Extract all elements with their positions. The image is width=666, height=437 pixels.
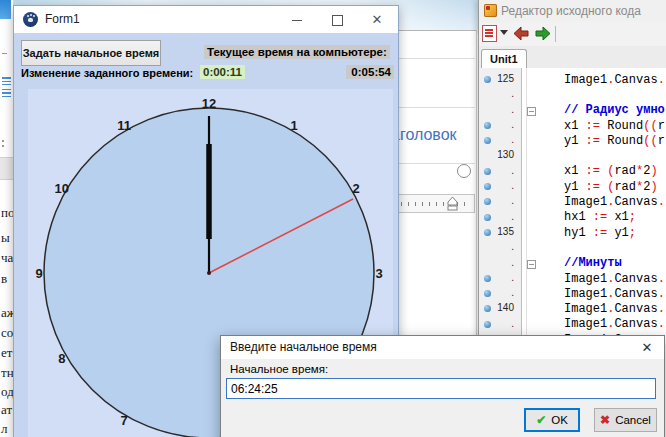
dialog-titlebar[interactable]: Введите начальное время ✕ <box>221 336 664 359</box>
gutter-cell[interactable]: . <box>479 256 521 271</box>
divider <box>397 58 475 59</box>
document-text-fragment: ет <box>1 345 12 361</box>
code-line[interactable]: 130 <box>479 148 666 163</box>
line-number: . <box>511 241 514 252</box>
debug-line-mark[interactable] <box>484 137 491 144</box>
editor-icon <box>484 4 497 17</box>
clock-numeral: 8 <box>58 351 65 366</box>
gutter-cell[interactable]: . <box>479 118 521 133</box>
line-number: . <box>511 272 514 283</box>
code-line[interactable]: .x1 := (rad*2) <box>479 164 666 179</box>
gutter-cell[interactable]: . <box>479 210 521 225</box>
tab-unit1[interactable]: Unit1 <box>481 49 527 69</box>
line-number: . <box>511 104 514 115</box>
gutter-cell[interactable]: 140 <box>479 301 521 316</box>
gutter-cell[interactable]: . <box>479 133 521 148</box>
debug-line-mark[interactable] <box>484 214 491 221</box>
code-line[interactable]: .y1 := Round((r <box>479 133 666 148</box>
debug-line-mark[interactable] <box>484 229 491 236</box>
start-time-label: Начальное время: <box>230 363 328 375</box>
forward-arrow-button[interactable] <box>534 25 551 42</box>
document-text-fragment: ат <box>1 402 12 418</box>
gutter-cell[interactable]: . <box>479 240 521 255</box>
toolbar-mark <box>2 140 4 142</box>
indent-marker-icon[interactable] <box>446 196 459 211</box>
code-line[interactable]: .Image1.Canvas. <box>479 286 666 301</box>
ruler-ticks <box>401 202 471 206</box>
code-line[interactable]: . <box>479 240 666 255</box>
code-line[interactable]: .hx1 := x1; <box>479 210 666 225</box>
gutter-cell[interactable]: . <box>479 286 521 301</box>
chevron-down-icon[interactable] <box>500 30 508 35</box>
code-line[interactable]: .Image1.Canvas. <box>479 194 666 209</box>
code-text: // Радиус умно <box>564 103 666 117</box>
gutter-cell[interactable]: . <box>479 317 521 332</box>
fold-margin <box>521 194 564 209</box>
dialog-close-icon[interactable]: ✕ <box>638 339 656 357</box>
debug-line-mark[interactable] <box>484 305 491 312</box>
code-text: x1 := Round((r <box>564 119 666 133</box>
line-number: . <box>511 134 514 145</box>
debug-line-mark[interactable] <box>484 275 491 282</box>
line-number: . <box>511 195 514 206</box>
clock-numeral: 1 <box>290 118 297 133</box>
word-heading-clip: аголовок <box>396 126 474 150</box>
ok-button[interactable]: ✔ OK <box>524 408 580 432</box>
toolbar-separator <box>555 26 556 42</box>
debug-line-mark[interactable] <box>484 321 491 328</box>
code-line[interactable]: .y1 := (rad*2) <box>479 179 666 194</box>
debug-line-mark[interactable] <box>484 122 491 129</box>
document-text-fragment: ча <box>1 250 13 266</box>
cancel-button[interactable]: ✖ Cancel <box>594 408 657 432</box>
dialog-title: Введите начальное время <box>230 340 377 354</box>
code-fold-box[interactable] <box>527 107 536 116</box>
line-number: . <box>511 211 514 222</box>
gutter-cell[interactable]: . <box>479 164 521 179</box>
fold-margin <box>521 103 564 118</box>
code-fold-box[interactable] <box>527 260 536 269</box>
back-arrow-button[interactable] <box>513 25 530 42</box>
fold-margin <box>521 72 564 87</box>
code-line[interactable]: 125Image1.Canvas. <box>479 72 666 87</box>
debug-line-mark[interactable] <box>484 198 491 205</box>
word-toolbar-band <box>0 157 13 180</box>
code-text: hx1 := x1; <box>564 210 666 224</box>
form1-titlebar[interactable]: Form1 ✕ <box>14 6 398 33</box>
debug-line-mark[interactable] <box>484 290 491 297</box>
start-time-input[interactable] <box>226 378 656 399</box>
code-line[interactable]: .//Минуты <box>479 256 666 271</box>
gutter-cell[interactable]: 135 <box>479 225 521 240</box>
debug-line-mark[interactable] <box>484 76 491 83</box>
debug-line-mark[interactable] <box>484 168 491 175</box>
code-text: Image1.Canvas. <box>564 302 666 316</box>
code-line[interactable]: . <box>479 87 666 102</box>
maximize-button[interactable] <box>326 6 348 33</box>
code-line[interactable]: .// Радиус умно <box>479 103 666 118</box>
set-start-time-button[interactable]: Задать начальное время <box>21 40 161 66</box>
document-text-fragment: в <box>1 271 7 287</box>
code-line[interactable]: 135hy1 := y1; <box>479 225 666 240</box>
clock-numeral: 9 <box>35 266 42 281</box>
gutter-cell[interactable]: . <box>479 87 521 102</box>
gutter-cell[interactable]: . <box>479 194 521 209</box>
code-line[interactable]: .Image1.Canvas. <box>479 317 666 332</box>
code-line[interactable]: .x1 := Round((r <box>479 118 666 133</box>
code-text: Image1.Canvas. <box>564 195 666 209</box>
gutter-cell[interactable]: . <box>479 103 521 118</box>
close-button[interactable]: ✕ <box>366 6 388 33</box>
document-text-fragment: по <box>1 205 13 221</box>
editor-titlebar[interactable]: Редактор исходного кода <box>479 0 666 22</box>
gutter-cell[interactable]: . <box>479 271 521 286</box>
gutter-cell[interactable]: . <box>479 179 521 194</box>
code-line[interactable]: .Image1.Canvas. <box>479 271 666 286</box>
debug-line-mark[interactable] <box>484 183 491 190</box>
fold-margin <box>521 301 564 316</box>
line-number: 140 <box>497 302 514 313</box>
gutter-cell[interactable]: 125 <box>479 72 521 87</box>
jump-to-source-icon[interactable] <box>482 25 497 42</box>
minimize-button[interactable] <box>286 6 308 33</box>
time-input-dialog: Введите начальное время ✕ Начальное врем… <box>220 335 665 437</box>
gutter-cell[interactable]: 130 <box>479 148 521 163</box>
word-heading-text: аголовок <box>396 126 474 144</box>
code-line[interactable]: 140Image1.Canvas. <box>479 301 666 316</box>
